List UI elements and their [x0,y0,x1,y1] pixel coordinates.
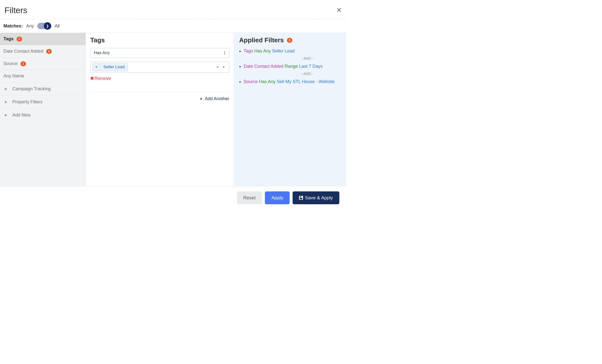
and-separator: - AND - [239,56,341,60]
sidebar-item-label: Any Name [3,73,24,79]
modal-header: Filters ✕ [0,0,346,19]
applied-op: Has Any [254,48,271,53]
sidebar-item-label: Property Filters [12,99,43,105]
sidebar-item-campaign-tracking[interactable]: ＋ Campaign Tracking [0,82,86,95]
applied-heading-text: Applied Filters [239,36,284,44]
matches-toggle[interactable]: ❯ [37,23,51,29]
condition-select-value: Has Any [94,50,110,55]
sidebar-item-label: Source [3,61,18,66]
applied-filters-panel: Applied Filters 3 Tags Has Any Seller Le… [234,33,346,186]
selected-chips: × Seller Lead [93,63,128,71]
applied-filter-item: Tags Has Any Seller Lead [244,48,341,54]
divider [90,92,229,93]
matches-label: Matches: [3,23,23,29]
sidebar-item-any-name[interactable]: Any Name [0,70,86,82]
applied-filters-list: Date Contact Added Range Last 7 Days [239,64,341,69]
close-icon: ✖ [90,76,94,81]
count-badge: 1 [21,61,26,66]
clear-all-icon[interactable]: × [216,65,219,69]
applied-filter-item: Source Has Any Sell My STL House - Websi… [244,79,341,84]
applied-field: Date Contact Added [244,64,283,69]
chip-label: Seller Lead [100,63,128,71]
applied-value: Seller Lead [272,48,295,53]
multiselect-tools: × ▼ [216,65,227,69]
tag-multiselect[interactable]: × Seller Lead × ▼ [90,61,229,73]
plus-icon: ＋ [3,86,8,92]
add-another-label: Add Another [205,96,229,101]
remove-label: Remove [94,76,111,81]
sidebar-item-property-filters[interactable]: ＋ Property Filters [0,95,86,109]
select-sort-icon: ▲▼ [224,51,226,55]
applied-field: Tags [244,48,253,53]
chevron-down-icon[interactable]: ▼ [222,66,225,68]
sidebar-item-label: Date Contact Added [3,49,43,54]
and-separator: - AND - [239,71,341,76]
modal-title: Filters [4,5,27,15]
plus-icon: ＋ [3,112,8,118]
applied-value: Sell My STL House - Website [277,79,335,84]
applied-op: Has Any [259,79,276,84]
remove-filter-button[interactable]: ✖ Remove [90,76,111,81]
matches-option-all[interactable]: All [55,23,60,29]
sidebar-item-source[interactable]: Source 1 [0,58,86,70]
sidebar-item-label: Campaign Tracking [12,86,51,91]
applied-count-badge: 3 [287,38,292,43]
applied-field: Source [244,79,258,84]
applied-filter-item: Date Contact Added Range Last 7 Days [244,64,341,69]
filter-editor: Tags Has Any ▲▼ × Seller Lead × ▼ [86,33,234,186]
applied-op: Range [285,64,298,69]
matches-option-any[interactable]: Any [26,23,34,29]
applied-value: Last 7 Days [299,64,323,69]
editor-heading: Tags [90,36,229,44]
close-icon[interactable]: ✕ [336,6,342,14]
matches-row: Matches: Any ❯ All [0,19,346,33]
condition-select[interactable]: Has Any ▲▼ [90,48,229,58]
applied-filters-list: Tags Has Any Seller Lead [239,48,341,54]
tag-chip: × Seller Lead [93,63,128,71]
applied-heading: Applied Filters 3 [239,36,292,44]
modal-footer: Reset Apply Save & Apply [0,186,346,209]
plus-icon: ＋ [3,99,8,105]
sidebar-item-label: Add New [12,113,30,118]
sidebar-item-date-contact-added[interactable]: Date Contact Added 1 [0,45,86,58]
count-badge: 1 [17,37,22,42]
plus-icon: ＋ [199,96,203,102]
count-badge: 1 [46,49,52,54]
sidebar-item-label: Tags [3,36,14,42]
sidebar-item-add-new[interactable]: ＋ Add New [0,109,86,122]
applied-filters-list: Source Has Any Sell My STL House - Websi… [239,79,341,84]
add-another-button[interactable]: ＋ Add Another [199,96,229,102]
filters-modal: Filters ✕ Matches: Any ❯ All Tags 1 Date… [0,0,346,209]
save-icon [299,196,303,200]
save-apply-button[interactable]: Save & Apply [293,191,339,204]
chip-remove-icon[interactable]: × [93,63,100,71]
chevron-right-icon: ❯ [44,22,51,30]
reset-button[interactable]: Reset [237,191,262,204]
filter-sidebar: Tags 1 Date Contact Added 1 Source 1 Any… [0,33,86,186]
apply-button[interactable]: Apply [265,191,290,204]
sidebar-item-tags[interactable]: Tags 1 [0,33,86,45]
save-apply-label: Save & Apply [305,195,333,201]
modal-body: Tags 1 Date Contact Added 1 Source 1 Any… [0,33,346,186]
